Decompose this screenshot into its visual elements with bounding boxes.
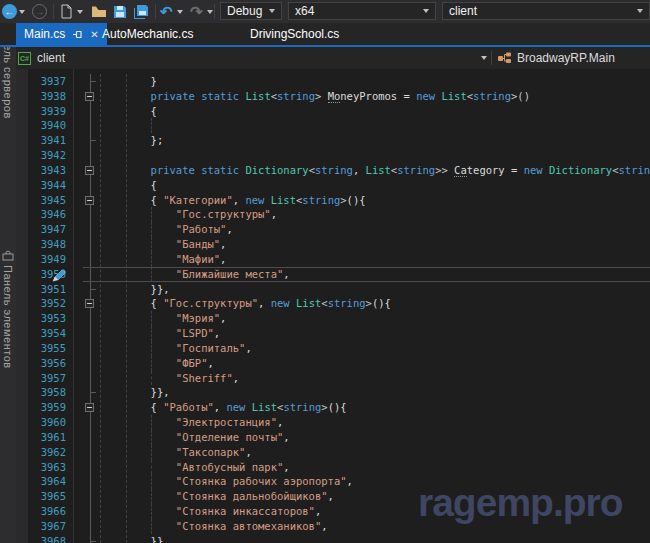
code-line[interactable]: 3967"Стоянка автомехаников", xyxy=(16,519,650,534)
code-text[interactable]: private static List<string> MoneyPromos … xyxy=(100,89,650,104)
type-dropdown[interactable]: BroadwayRP.Main xyxy=(497,47,615,69)
startup-project-select[interactable]: client xyxy=(442,2,650,20)
code-line[interactable]: 3957"Sheriff", xyxy=(16,371,650,386)
code-text[interactable] xyxy=(100,148,650,163)
code-line[interactable]: 3962"Таксопарк", xyxy=(16,445,650,460)
line-number[interactable]: 3947 xyxy=(28,222,66,237)
collapse-box-icon[interactable] xyxy=(85,196,94,205)
code-line[interactable]: 3951}}, xyxy=(16,282,650,297)
navigate-forward-button[interactable]: → xyxy=(32,3,47,20)
code-line[interactable]: 3960"Электростанция", xyxy=(16,415,650,430)
code-text[interactable]: { "Работы", new List<string>(){ xyxy=(100,400,650,415)
folding-margin[interactable] xyxy=(66,193,100,208)
code-line[interactable]: 3954"LSPD", xyxy=(16,326,650,341)
undo-button[interactable]: ↶ xyxy=(160,3,173,20)
code-text[interactable]: private static Dictionary<string, List<s… xyxy=(100,163,650,178)
code-editor[interactable]: 3937}3938private static List<string> Mon… xyxy=(16,69,650,543)
code-line[interactable]: 3963"Автобусный парк", xyxy=(16,460,650,475)
line-number[interactable]: 3956 xyxy=(28,356,66,371)
save-button[interactable] xyxy=(113,3,127,20)
project-dropdown[interactable]: C# client xyxy=(18,47,488,69)
code-text[interactable]: "LSPD", xyxy=(100,326,650,341)
code-text[interactable]: "ФБР", xyxy=(100,356,650,371)
solution-platform-select[interactable]: x64 xyxy=(288,2,436,20)
code-text[interactable]: "Sheriff", xyxy=(100,371,650,386)
line-number[interactable]: 3967 xyxy=(28,519,66,534)
line-number[interactable]: 3939 xyxy=(28,104,66,119)
code-text[interactable]: "Электростанция", xyxy=(100,415,650,430)
new-file-dropdown[interactable] xyxy=(77,3,83,20)
line-number[interactable]: 3968 xyxy=(28,534,66,543)
sidebar-tab-toolbox[interactable]: Панель элементов xyxy=(2,265,14,369)
line-number[interactable]: 3966 xyxy=(28,504,66,519)
line-number[interactable]: 3949 xyxy=(28,252,66,267)
code-text[interactable]: }}, xyxy=(100,534,650,543)
line-number[interactable]: 3963 xyxy=(28,460,66,475)
code-text[interactable]: { xyxy=(100,104,650,119)
code-text[interactable]: }}, xyxy=(100,282,650,297)
redo-button[interactable]: ↷ xyxy=(190,3,203,20)
collapse-box-icon[interactable] xyxy=(85,92,94,101)
folding-margin[interactable] xyxy=(66,89,100,104)
line-number[interactable]: 3952 xyxy=(28,296,66,311)
code-line[interactable]: 3941}; xyxy=(16,133,650,148)
redo-dropdown[interactable] xyxy=(207,3,213,20)
code-text[interactable]: { "Категории", new List<string>(){ xyxy=(100,193,650,208)
code-text[interactable]: "Стоянка автомехаников", xyxy=(100,519,650,534)
line-number[interactable]: 3944 xyxy=(28,178,66,193)
collapse-box-icon[interactable] xyxy=(85,403,94,412)
new-file-button[interactable] xyxy=(60,3,73,20)
code-line[interactable]: 3938private static List<string> MoneyPro… xyxy=(16,89,650,104)
line-number[interactable]: 3961 xyxy=(28,430,66,445)
save-all-button[interactable] xyxy=(133,3,150,20)
code-line[interactable]: 3940 xyxy=(16,118,650,133)
code-line[interactable]: 3948"Банды", xyxy=(16,237,650,252)
code-line[interactable]: 3947"Работы", xyxy=(16,222,650,237)
line-number[interactable]: 3938 xyxy=(28,89,66,104)
code-text[interactable]: "Стоянка рабочих аэропорта", xyxy=(100,474,650,489)
tab-automechanic-cs[interactable]: AutoMechanic.cs xyxy=(94,23,201,45)
code-text[interactable]: "Гос.структуры", xyxy=(100,207,650,222)
line-number[interactable]: 3965 xyxy=(28,489,66,504)
line-number[interactable]: 3955 xyxy=(28,341,66,356)
code-text[interactable]: "Госпиталь", xyxy=(100,341,650,356)
code-text[interactable]: "Мафии", xyxy=(100,252,650,267)
line-number[interactable]: 3943 xyxy=(28,163,66,178)
line-number[interactable]: 3958 xyxy=(28,385,66,400)
code-text[interactable]: { "Гос.структуры", new List<string>(){ xyxy=(100,296,650,311)
open-file-button[interactable] xyxy=(91,3,107,20)
code-line[interactable]: 3942 xyxy=(16,148,650,163)
code-line[interactable]: 3953"Мэрия", xyxy=(16,311,650,326)
navigate-back-button[interactable]: ← xyxy=(2,3,17,20)
code-line[interactable]: 3958}}, xyxy=(16,385,650,400)
line-number[interactable]: 3940 xyxy=(28,118,66,133)
code-line[interactable]: 3946"Гос.структуры", xyxy=(16,207,650,222)
line-number[interactable]: 3948 xyxy=(28,237,66,252)
code-text[interactable]: "Банды", xyxy=(100,237,650,252)
code-line[interactable]: 3968}}, xyxy=(16,534,650,543)
line-number[interactable]: 3942 xyxy=(28,148,66,163)
line-number[interactable]: 3959 xyxy=(28,400,66,415)
code-line[interactable]: 3961"Отделение почты", xyxy=(16,430,650,445)
code-line[interactable]: 3965"Стоянка дальнобойщиков", xyxy=(16,489,650,504)
code-text[interactable]: "Отделение почты", xyxy=(100,430,650,445)
code-text[interactable]: "Работы", xyxy=(100,222,650,237)
line-number[interactable]: 3941 xyxy=(28,133,66,148)
line-number[interactable]: 3945 xyxy=(28,193,66,208)
code-text[interactable]: "Таксопарк", xyxy=(100,445,650,460)
pin-tab-button[interactable] xyxy=(72,29,83,40)
code-line[interactable]: 3950"Ближайшие места", xyxy=(16,267,650,282)
line-number[interactable]: 3964 xyxy=(28,474,66,489)
line-number[interactable]: 3957 xyxy=(28,371,66,386)
code-line[interactable]: 3945{ "Категории", new List<string>(){ xyxy=(16,193,650,208)
code-line[interactable]: 3937} xyxy=(16,74,650,89)
code-line[interactable]: 3943private static Dictionary<string, Li… xyxy=(16,163,650,178)
code-line[interactable]: 3959{ "Работы", new List<string>(){ xyxy=(16,400,650,415)
tab-drivingschool-cs[interactable]: DrivingSchool.cs xyxy=(242,23,347,45)
code-text[interactable]: "Ближайшие места", xyxy=(100,267,650,282)
code-text[interactable]: "Автобусный парк", xyxy=(100,460,650,475)
line-number[interactable]: 3946 xyxy=(28,207,66,222)
code-line[interactable]: 3956"ФБР", xyxy=(16,356,650,371)
code-text[interactable]: }; xyxy=(100,133,650,148)
navigate-back-dropdown[interactable] xyxy=(19,3,25,20)
